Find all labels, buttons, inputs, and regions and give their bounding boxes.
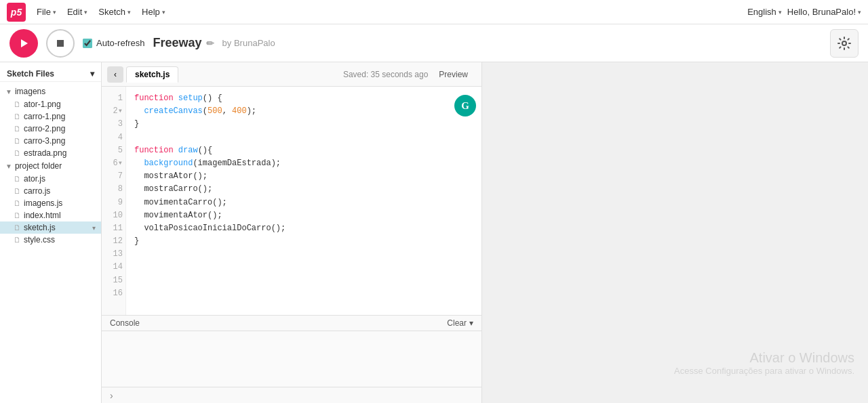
- file-icon: 🗋: [14, 236, 21, 244]
- sidebar-header: Sketch Files ▾: [0, 66, 101, 82]
- folder-imagens-arrow: ▼: [5, 88, 12, 96]
- grammarly-badge[interactable]: G: [454, 95, 476, 116]
- file-carro-js[interactable]: 🗋 carro.js: [0, 185, 101, 197]
- code-area: 1 2▾ 3 4 5 6▾ 7 8 9 10 11 12 13 14 15 16…: [102, 87, 481, 315]
- line-numbers: 1 2▾ 3 4 5 6▾ 7 8 9 10 11 12 13 14 15 16: [102, 87, 126, 315]
- play-icon: [18, 38, 29, 49]
- language-selector[interactable]: English ▾: [747, 7, 782, 17]
- grammarly-icon: G: [461, 100, 469, 112]
- console-footer: ›: [102, 387, 481, 403]
- menu-edit[interactable]: Edit ▾: [67, 7, 87, 17]
- user-arrow: ▾: [858, 9, 861, 16]
- console-label: Console: [110, 318, 140, 328]
- p5-logo: p5: [7, 3, 26, 22]
- file-icon: 🗋: [14, 125, 21, 133]
- settings-button[interactable]: [830, 29, 859, 58]
- console-input-arrow: ›: [110, 390, 113, 401]
- clear-chevron-icon: ▾: [469, 318, 473, 328]
- svg-point-2: [842, 41, 846, 45]
- file-icon: 🗋: [14, 137, 21, 145]
- file-icon: 🗋: [14, 187, 21, 195]
- file-imagens-js[interactable]: 🗋 imagens.js: [0, 197, 101, 209]
- file-carro-1-png[interactable]: 🗋 carro-1.png: [0, 110, 101, 123]
- menubar-right: English ▾ Hello, BrunaPalo! ▾: [747, 7, 861, 17]
- tab-preview[interactable]: Preview: [431, 67, 476, 82]
- menubar: p5 File ▾ Edit ▾ Sketch ▾ Help ▾ English…: [0, 0, 868, 24]
- menu-file[interactable]: File ▾: [37, 7, 56, 17]
- preview-panel: Ativar o Windows Acesse Configurações pa…: [481, 62, 868, 403]
- editor-tabs: ‹ sketch.js Saved: 35 seconds ago Previe…: [102, 62, 481, 87]
- user-menu[interactable]: Hello, BrunaPalo! ▾: [787, 7, 861, 17]
- stop-button[interactable]: [46, 29, 75, 58]
- file-icon: 🗋: [14, 149, 21, 157]
- menu-sketch[interactable]: Sketch ▾: [98, 7, 131, 17]
- tab-back-button[interactable]: ‹: [107, 66, 123, 83]
- file-index-html[interactable]: 🗋 index.html: [0, 209, 101, 221]
- edit-menu-arrow: ▾: [84, 9, 87, 16]
- sketch-name: Freeway ✏: [153, 36, 214, 50]
- editor-area: ‹ sketch.js Saved: 35 seconds ago Previe…: [102, 62, 481, 403]
- sketch-menu-arrow: ▾: [127, 9, 131, 16]
- stop-icon: [56, 39, 65, 48]
- file-menu-arrow: ▾: [53, 9, 56, 16]
- file-carro-2-png[interactable]: 🗋 carro-2.png: [0, 123, 101, 135]
- sidebar-chevron-icon[interactable]: ▾: [90, 69, 94, 79]
- file-icon: 🗋: [14, 224, 21, 232]
- folder-project[interactable]: ▼ project folder: [0, 159, 101, 173]
- menu-help[interactable]: Help ▾: [142, 7, 165, 17]
- help-menu-arrow: ▾: [162, 9, 165, 16]
- file-ator-1-png[interactable]: 🗋 ator-1.png: [0, 98, 101, 110]
- folder-project-arrow: ▼: [5, 163, 12, 170]
- file-icon: 🗋: [14, 100, 21, 108]
- folder-imagens[interactable]: ▼ imagens: [0, 85, 101, 98]
- main-layout: Sketch Files ▾ ▼ imagens 🗋 ator-1.png 🗋 …: [0, 62, 868, 403]
- console-area: Console Clear ▾ ›: [102, 315, 481, 403]
- play-button[interactable]: [9, 29, 38, 58]
- author-label: by BrunaPalo: [222, 38, 275, 48]
- file-carro-3-png[interactable]: 🗋 carro-3.png: [0, 135, 101, 147]
- edit-sketch-name-icon[interactable]: ✏: [206, 38, 214, 49]
- file-sketch-js[interactable]: 🗋 sketch.js ▾: [0, 221, 101, 234]
- file-estrada-png[interactable]: 🗋 estrada.png: [0, 147, 101, 159]
- svg-rect-1: [57, 40, 64, 47]
- sidebar: Sketch Files ▾ ▼ imagens 🗋 ator-1.png 🗋 …: [0, 62, 102, 403]
- folder-project-label: project folder: [15, 161, 62, 171]
- windows-watermark: Ativar o Windows Acesse Configurações pa…: [674, 350, 854, 376]
- file-ator-js[interactable]: 🗋 ator.js: [0, 173, 101, 185]
- tab-sketch-js[interactable]: sketch.js: [126, 66, 178, 83]
- lang-arrow: ▾: [778, 9, 782, 16]
- toolbar: Auto-refresh Freeway ✏ by BrunaPalo: [0, 24, 868, 62]
- file-icon: 🗋: [14, 112, 21, 121]
- file-icon: 🗋: [14, 211, 21, 219]
- save-status: Saved: 35 seconds ago: [343, 70, 428, 79]
- svg-marker-0: [21, 39, 28, 47]
- auto-refresh-checkbox[interactable]: [83, 39, 92, 48]
- settings-icon: [837, 37, 851, 50]
- console-body: [102, 331, 481, 387]
- file-chevron-icon: ▾: [92, 224, 96, 232]
- clear-button[interactable]: Clear ▾: [447, 318, 473, 328]
- code-editor[interactable]: function setup() { createCanvas(500, 400…: [126, 87, 481, 315]
- file-icon: 🗋: [14, 199, 21, 207]
- file-style-css[interactable]: 🗋 style.css: [0, 234, 101, 246]
- auto-refresh-toggle[interactable]: Auto-refresh: [83, 38, 145, 48]
- folder-imagens-label: imagens: [15, 87, 45, 96]
- console-header: Console Clear ▾: [102, 316, 481, 331]
- file-icon: 🗋: [14, 175, 21, 183]
